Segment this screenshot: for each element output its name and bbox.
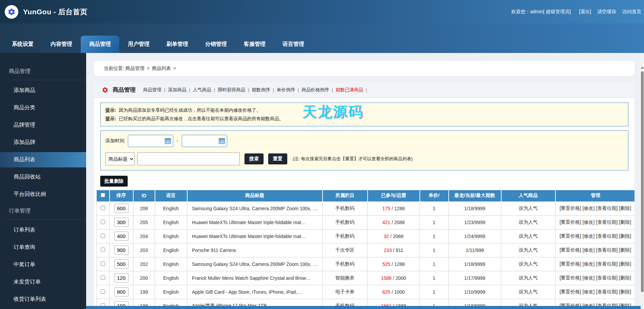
panel-filter-link[interactable]: 限时获得商品 xyxy=(218,87,245,92)
row-action-link[interactable]: [修改] xyxy=(583,261,595,267)
scrollbar-thumb[interactable] xyxy=(641,71,644,292)
row-checkbox[interactable] xyxy=(101,275,105,280)
panel-filter-link[interactable]: 商品价格倒序 xyxy=(301,87,329,92)
set-popular-link[interactable]: 设为人气 xyxy=(519,219,538,225)
nav-tab[interactable]: 系统设置 xyxy=(3,36,42,53)
search-keyword-input[interactable] xyxy=(137,152,240,165)
sidebar-item[interactable]: 品牌管理 xyxy=(0,117,86,133)
row-checkbox[interactable] xyxy=(101,261,105,266)
set-popular-link[interactable]: 设为人气 xyxy=(519,275,538,280)
cell-title: Huawei MateXTs Ultimate Master triple-fo… xyxy=(187,229,323,243)
sidebar-item[interactable]: 商品回收站 xyxy=(0,169,86,185)
breadcrumb-link[interactable]: 商品列表 xyxy=(152,66,171,71)
row-action-link[interactable]: [重置价格] xyxy=(560,205,581,211)
row-checkbox[interactable] xyxy=(101,234,105,238)
row-checkbox[interactable] xyxy=(101,289,105,294)
table-row: 202 English Samsung Galaxy S24 Ultra, Ca… xyxy=(97,257,635,271)
horizontal-scrollbar[interactable] xyxy=(86,306,644,309)
row-action-link[interactable]: [删除] xyxy=(619,233,631,239)
cell-joined: 1588 xyxy=(381,275,392,281)
nav-tab[interactable]: 分销管理 xyxy=(197,36,235,53)
sidebar-item[interactable]: 平台回收比例 xyxy=(0,187,86,202)
row-action-link[interactable]: [查看往期] xyxy=(596,275,618,280)
sort-input[interactable] xyxy=(114,218,129,227)
panel-filter-link[interactable]: 单价倒序 xyxy=(277,87,295,92)
nav-tab[interactable]: 语言管理 xyxy=(274,36,313,53)
sidebar-item[interactable]: 添加品牌 xyxy=(0,135,86,150)
row-action-link[interactable]: [重置价格] xyxy=(560,261,581,267)
row-action-link[interactable]: [查看往期] xyxy=(596,219,618,225)
visit-home-link[interactable]: 访问首页 xyxy=(622,9,641,15)
row-action-link[interactable]: [重置价格] xyxy=(560,275,581,280)
sort-input[interactable] xyxy=(114,287,129,296)
scroll-up-arrow[interactable] xyxy=(641,67,644,69)
row-action-link[interactable]: [修改] xyxy=(583,289,595,294)
row-action-link[interactable]: [修改] xyxy=(583,275,595,280)
cell-actions: [重置价格][修改][查看往期][删除] xyxy=(555,229,635,243)
row-action-link[interactable]: [删除] xyxy=(619,219,631,225)
breadcrumb-link[interactable]: 商品管理 xyxy=(125,66,144,71)
sort-input[interactable] xyxy=(114,204,129,213)
nav-tab[interactable]: 内容管理 xyxy=(42,36,81,53)
search-field-select[interactable]: 商品标题 xyxy=(105,152,135,165)
reset-button[interactable]: 重置 xyxy=(268,153,287,164)
row-action-link[interactable]: [重置价格] xyxy=(560,289,581,294)
row-action-link[interactable]: [重置价格] xyxy=(560,219,581,225)
panel-filter-link[interactable]: 期数倒序 xyxy=(252,87,270,92)
sidebar-item[interactable]: 收货订单列表 xyxy=(0,292,86,307)
set-popular-link[interactable]: 设为人气 xyxy=(519,247,538,253)
sidebar-item[interactable]: 订单查询 xyxy=(0,240,86,255)
row-checkbox[interactable] xyxy=(101,206,105,210)
row-action-link[interactable]: [重置价格] xyxy=(560,233,581,239)
sort-input[interactable] xyxy=(114,273,129,283)
row-action-link[interactable]: [重置价格] xyxy=(560,247,581,253)
sidebar-item[interactable]: 商品列表 xyxy=(0,152,86,167)
select-all-checkbox[interactable] xyxy=(101,193,105,197)
batch-delete-button[interactable]: 批量删除 xyxy=(100,176,128,186)
sort-input[interactable] xyxy=(114,246,129,255)
row-action-link[interactable]: [修改] xyxy=(583,219,595,225)
row-action-link[interactable]: [修改] xyxy=(583,205,595,211)
sort-input[interactable] xyxy=(114,232,129,241)
set-popular-link[interactable]: 设为人气 xyxy=(519,205,538,211)
row-action-link[interactable]: [修改] xyxy=(583,233,595,239)
nav-tab[interactable]: 用户管理 xyxy=(119,36,158,53)
row-action-link[interactable]: [删除] xyxy=(619,261,631,267)
clear-cache-link[interactable]: 清空缓存 xyxy=(597,9,616,15)
panel-filter-link[interactable]: 添加商品 xyxy=(168,87,186,92)
row-action-link[interactable]: [查看往期] xyxy=(596,205,618,211)
search-button[interactable]: 搜索 xyxy=(245,153,264,164)
sidebar-item[interactable]: 未发货订单 xyxy=(0,274,86,290)
row-checkbox[interactable] xyxy=(101,220,105,224)
sort-input[interactable] xyxy=(114,259,129,269)
row-action-link[interactable]: [删除] xyxy=(619,275,631,280)
date-start-input[interactable] xyxy=(128,135,173,147)
nav-tab[interactable]: 客服管理 xyxy=(235,36,274,53)
row-action-link[interactable]: [删除] xyxy=(619,247,631,253)
row-action-link[interactable]: [修改] xyxy=(583,247,595,253)
tip-text: 因为商品添加后专享码已经生成成功，所以不能在本期内修改价格了。 xyxy=(119,108,261,113)
row-action-link[interactable]: [查看往期] xyxy=(596,233,618,239)
set-popular-link[interactable]: 设为人气 xyxy=(519,261,538,267)
column-header: 商品标题 xyxy=(187,190,323,201)
date-end-input[interactable] xyxy=(182,135,227,147)
set-popular-link[interactable]: 设为人气 xyxy=(519,289,538,294)
sidebar-item[interactable]: 订单列表 xyxy=(0,222,86,238)
row-action-link[interactable]: [查看往期] xyxy=(596,247,618,253)
sidebar-item[interactable]: 商品分类 xyxy=(0,100,86,115)
nav-tab[interactable]: 刷单管理 xyxy=(158,36,197,53)
panel-filter-link[interactable]: 期数已满商品 xyxy=(336,87,363,92)
row-action-link[interactable]: [查看往期] xyxy=(596,261,618,267)
row-checkbox[interactable] xyxy=(101,248,105,252)
panel-filter-link[interactable]: 商品管理 xyxy=(143,87,161,92)
vertical-scrollbar[interactable] xyxy=(641,53,644,309)
nav-tab[interactable]: 商品管理 xyxy=(81,36,119,53)
set-popular-link[interactable]: 设为人气 xyxy=(519,233,538,239)
sidebar-item[interactable]: 添加商品 xyxy=(0,83,86,98)
sidebar-item[interactable]: 中奖订单 xyxy=(0,257,86,272)
row-action-link[interactable]: [查看往期] xyxy=(596,289,618,294)
row-action-link[interactable]: [删除] xyxy=(619,289,631,294)
logout-link[interactable]: [退出] xyxy=(579,9,591,15)
panel-filter-link[interactable]: 人气商品 xyxy=(193,87,211,92)
row-action-link[interactable]: [删除] xyxy=(619,205,631,211)
